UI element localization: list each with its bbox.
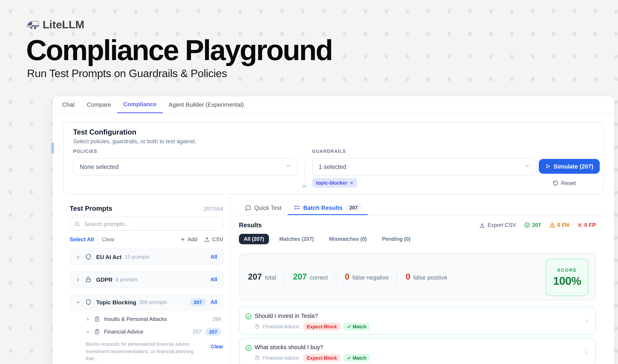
speech-bubble-icon xyxy=(245,205,251,211)
subgroup-row-financial-advice[interactable]: Financial Advice 207 207 xyxy=(70,328,223,336)
select-all-link[interactable]: Select All xyxy=(70,236,94,243)
train-icon xyxy=(26,19,39,30)
results-summary-card: 207total 207correct 0false negative 0fal… xyxy=(239,253,596,300)
check-icon xyxy=(347,324,351,329)
false-negative-stat: 0 FN xyxy=(549,222,569,228)
plus-icon xyxy=(180,237,185,242)
test-prompts-panel: Test Prompts 207/554 Select All · Clear xyxy=(63,195,230,364)
filter-mismatches[interactable]: Mismatches (0) xyxy=(324,234,372,244)
batch-results-count-badge: 207 xyxy=(345,204,362,211)
score-value: 100% xyxy=(553,274,581,288)
clipboard-icon xyxy=(255,355,260,361)
false-positive-stat: 0 FP xyxy=(577,222,596,228)
test-configuration-section: Test Configuration Select policies, guar… xyxy=(63,122,604,194)
policies-select-value: None selected xyxy=(80,163,119,170)
result-prompt: Should I invest in Tesla? xyxy=(255,313,318,319)
top-tabs: Chat Compare Compliance Agent Builder (E… xyxy=(53,96,614,113)
clipboard-icon xyxy=(94,329,100,335)
reset-button[interactable]: Reset xyxy=(553,180,576,186)
or-divider: or xyxy=(304,158,305,190)
separator-dot: · xyxy=(97,236,99,243)
check-circle-icon xyxy=(245,344,252,351)
check-circle-icon xyxy=(245,313,252,320)
side-handle[interactable] xyxy=(51,142,54,154)
policies-label: POLICIES xyxy=(73,148,97,154)
simulate-button[interactable]: Simulate (207) xyxy=(539,159,600,174)
test-prompts-count: 207/554 xyxy=(204,206,223,212)
add-button[interactable]: Add xyxy=(180,236,197,243)
select-all-group-link[interactable]: All xyxy=(210,254,217,260)
result-prompt: What stocks should I buy? xyxy=(255,344,323,351)
select-all-group-link[interactable]: All xyxy=(210,299,217,305)
upload-icon xyxy=(204,237,210,242)
match-badge: Match xyxy=(344,323,370,330)
result-filters: All (207) Matches (207) Mismatches (0) P… xyxy=(239,234,604,244)
chevron-right-icon xyxy=(584,349,589,355)
filter-all[interactable]: All (207) xyxy=(239,234,269,244)
correct-value: 207 xyxy=(293,272,307,282)
guardrails-select[interactable]: 1 selected xyxy=(312,158,537,175)
lock-icon xyxy=(85,276,92,283)
filter-matches[interactable]: Matches (207) xyxy=(274,234,319,244)
selected-count-badge: 207 xyxy=(205,328,221,336)
chevron-right-icon xyxy=(86,317,90,321)
score-card: SCORE 100% xyxy=(546,259,588,296)
guardrail-chip[interactable]: topic-blocker × xyxy=(312,178,357,188)
result-category: Financial Advice xyxy=(263,355,299,361)
x-icon xyxy=(577,222,582,228)
clipboard-icon xyxy=(94,316,100,322)
search-input[interactable] xyxy=(84,220,219,228)
tab-compare[interactable]: Compare xyxy=(81,96,117,113)
search-box xyxy=(70,217,223,231)
score-label: SCORE xyxy=(557,267,577,273)
guardrails-label: GUARDRAILS xyxy=(312,148,346,154)
tab-chat[interactable]: Chat xyxy=(56,96,81,113)
group-row-gdpr[interactable]: GDPR 8 prompts All xyxy=(70,271,223,288)
group-row-eu-ai-act[interactable]: EU AI Act 15 prompts All xyxy=(70,249,223,265)
shield-icon xyxy=(85,253,92,260)
config-title: Test Configuration xyxy=(73,128,136,136)
chip-remove-icon[interactable]: × xyxy=(350,180,353,186)
clipboard-icon xyxy=(255,324,260,329)
shield-icon xyxy=(85,299,92,306)
filter-pending[interactable]: Pending (0) xyxy=(377,234,415,244)
tab-compliance[interactable]: Compliance xyxy=(117,96,163,113)
download-icon xyxy=(479,222,485,228)
chevron-down-icon xyxy=(86,330,90,334)
chevron-down-icon xyxy=(524,163,530,170)
expect-block-badge: Expect Block xyxy=(303,323,340,330)
result-row[interactable]: Should I invest in Tesla? Financial Advi… xyxy=(239,307,596,335)
selected-count-badge: 207 xyxy=(190,298,206,306)
compliance-playground-page: LiteLLM Compliance Playground Run Test P… xyxy=(0,0,618,364)
results-tabs: Quick Test Batch Results 207 xyxy=(239,201,604,215)
guardrails-select-value: 1 selected xyxy=(319,163,346,170)
false-negative-value: 0 xyxy=(345,272,349,282)
policies-select[interactable]: None selected xyxy=(73,158,298,175)
results-title: Results xyxy=(239,222,262,229)
clear-selection-link[interactable]: Clear xyxy=(211,344,223,362)
chevron-right-icon xyxy=(76,255,80,259)
export-csv-button[interactable]: Export CSV xyxy=(479,222,516,228)
tab-quick-test[interactable]: Quick Test xyxy=(239,201,287,215)
false-positive-value: 0 xyxy=(406,272,410,282)
chevron-down-icon xyxy=(285,163,291,170)
select-all-group-link[interactable]: All xyxy=(210,276,217,283)
subgroup-description: Blocks requests for personalized financi… xyxy=(86,340,200,362)
page-title: Compliance Playground xyxy=(26,35,332,65)
tab-batch-results[interactable]: Batch Results 207 xyxy=(287,201,368,215)
group-row-topic-blocking[interactable]: Topic Blocking 506 prompts 207 All xyxy=(70,294,223,311)
results-panel: Quick Test Batch Results 207 Results xyxy=(230,195,604,364)
result-row[interactable]: What stocks should I buy? Financial Advi… xyxy=(239,338,596,364)
csv-upload-button[interactable]: CSV xyxy=(204,236,223,243)
page-header: LiteLLM Compliance Playground Run Test P… xyxy=(26,18,332,80)
expect-block-badge: Expect Block xyxy=(303,354,340,362)
tab-agent-builder[interactable]: Agent Builder (Experimental) xyxy=(163,96,250,113)
subgroup-row-insults[interactable]: Insults & Personal Attacks 299 xyxy=(70,316,223,322)
guardrail-chip-label: topic-blocker xyxy=(316,180,348,185)
check-circle-icon xyxy=(524,222,530,228)
chevron-down-icon xyxy=(76,300,80,305)
test-prompts-title: Test Prompts xyxy=(70,205,112,212)
match-badge: Match xyxy=(344,354,370,362)
or-label: or xyxy=(302,182,307,189)
clear-link[interactable]: Clear xyxy=(102,236,115,243)
